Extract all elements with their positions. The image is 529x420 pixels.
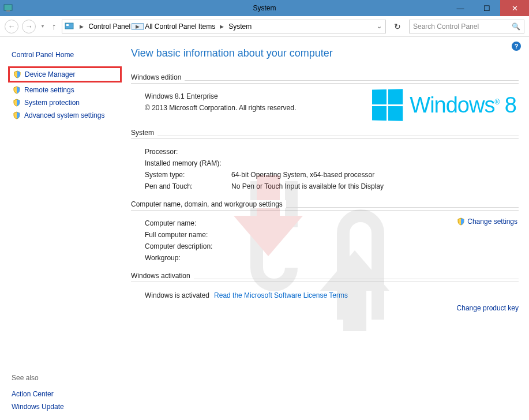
value-full-name [231,231,457,239]
windows-logo-icon [372,89,403,121]
sidebar-heading[interactable]: Control Panel Home [12,51,118,59]
label-description: Computer description: [145,242,231,250]
sidebar-item-advanced-settings[interactable]: Advanced system settings [12,109,118,122]
value-pen-touch: No Pen or Touch Input is available for t… [231,182,519,190]
label-full-name: Full computer name: [145,231,231,239]
shield-icon [13,111,21,119]
sidebar-item-system-protection[interactable]: System protection [12,96,118,109]
minimize-button[interactable]: — [447,0,474,16]
legend-edition: Windows edition [131,73,185,81]
breadcrumb[interactable]: ▶ Control Panel ▶ All Control Panel Item… [62,20,386,33]
sidebar: Control Panel Home Device Manager Remote… [0,37,124,420]
legend-activation: Windows activation [131,272,194,280]
value-computer-name [231,219,457,227]
titlebar: System — ☐ ✕ [0,0,529,16]
chevron-right-icon: ▶ [216,24,227,29]
sidebar-item-remote-settings[interactable]: Remote settings [12,84,118,96]
search-placeholder: Search Control Panel [413,22,479,31]
chevron-right-icon: ▶ [76,24,87,29]
value-description [231,242,457,250]
value-processor [231,148,519,156]
svg-rect-3 [66,24,69,26]
activation-status: Windows is activated [145,291,209,299]
label-system-type: System type: [145,171,231,179]
see-also-action-center[interactable]: Action Center [12,388,118,400]
change-product-key-link[interactable]: Change product key [131,304,519,312]
breadcrumb-item[interactable]: System [227,22,253,31]
see-also-heading: See also [12,374,118,382]
label-pen-touch: Pen and Touch: [145,182,231,190]
edition-copyright: © 2013 Microsoft Corporation. All rights… [145,104,296,112]
up-button[interactable]: ↑ [50,21,59,31]
breadcrumb-item[interactable]: All Control Panel Items [144,22,216,31]
sidebar-item-label: System protection [24,99,80,107]
shield-icon [13,70,21,78]
change-settings-link[interactable]: Change settings [457,217,517,226]
windows-logo: Windows® 8 [372,89,516,121]
label-processor: Processor: [145,148,231,156]
history-dropdown[interactable]: ▼ [39,24,46,29]
control-panel-icon [65,22,74,31]
forward-button[interactable]: → [22,20,36,33]
maximize-button[interactable]: ☐ [474,0,500,16]
section-activation: Windows activation Windows is activated … [131,268,519,312]
close-button[interactable]: ✕ [500,0,529,16]
sidebar-item-label: Device Manager [25,70,75,78]
page-title: View basic information about your comput… [131,47,519,59]
navbar: ← → ▼ ↑ ▶ Control Panel ▶ All Control Pa… [0,16,529,37]
value-ram [231,159,519,167]
breadcrumb-item[interactable]: Control Panel [87,22,132,31]
license-terms-link[interactable]: Read the Microsoft Software License Term… [214,291,348,299]
shield-icon [13,99,21,107]
label-computer-name: Computer name: [145,219,231,227]
value-system-type: 64-bit Operating System, x64-based proce… [231,171,519,179]
refresh-button[interactable]: ↻ [389,22,406,31]
svg-rect-0 [4,5,12,10]
svg-rect-1 [6,10,10,12]
section-computer-name: Computer name, domain, and workgroup set… [131,197,519,264]
shield-icon [13,86,21,94]
see-also-windows-update[interactable]: Windows Update [12,400,118,413]
shield-icon [457,217,465,226]
system-icon [3,3,13,13]
sidebar-item-label: Remote settings [24,86,74,94]
back-button[interactable]: ← [5,20,18,33]
section-system: System Processor: Installed memory (RAM)… [131,125,519,192]
legend-computer: Computer name, domain, and workgroup set… [131,200,286,208]
breadcrumb-dropdown[interactable]: ⌄ [373,22,385,30]
edition-product: Windows 8.1 Enterprise [145,92,218,100]
sidebar-item-label: Advanced system settings [24,111,104,119]
value-workgroup [231,254,457,262]
content: View basic information about your comput… [124,37,529,420]
search-icon: 🔍 [512,22,520,31]
label-ram: Installed memory (RAM): [145,159,231,167]
search-input[interactable]: Search Control Panel 🔍 [409,20,524,33]
section-windows-edition: Windows edition Windows 8.1 Enterprise ©… [131,70,519,121]
sidebar-item-device-manager[interactable]: Device Manager [8,66,122,82]
legend-system: System [131,129,157,137]
label-workgroup: Workgroup: [145,254,231,262]
chevron-right-icon: ▶ [132,23,144,30]
